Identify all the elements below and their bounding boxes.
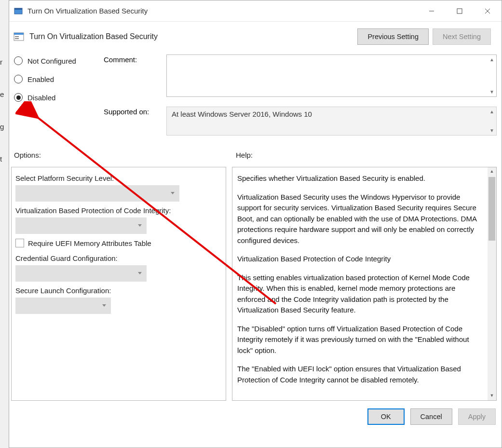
vbp-code-integrity-combo[interactable] <box>15 217 147 234</box>
svg-rect-9 <box>15 38 19 39</box>
radio-label: Disabled <box>27 94 55 102</box>
radio-enabled[interactable]: Enabled <box>14 75 104 83</box>
apply-button[interactable]: Apply <box>458 408 496 425</box>
group-policy-editor-dialog: Turn On Virtualization Based Security Tu… <box>9 0 502 448</box>
close-button[interactable] <box>474 0 502 22</box>
dialog-footer: OK Cancel Apply <box>9 405 502 425</box>
scrollbar[interactable]: ▲ ▼ <box>488 167 496 400</box>
help-text: The "Enabled with UEFI lock" option ensu… <box>237 364 484 385</box>
secure-launch-label: Secure Launch Configuration: <box>15 286 222 295</box>
help-text: Specifies whether Virtualization Based S… <box>237 173 484 184</box>
credential-guard-label: Credential Guard Configuration: <box>15 254 222 262</box>
options-panel: Select Platform Security Level: Virtuali… <box>11 167 226 401</box>
help-panel: Specifies whether Virtualization Based S… <box>232 167 497 401</box>
radio-not-configured[interactable]: Not Configured <box>14 56 104 65</box>
platform-security-combo[interactable] <box>15 185 179 202</box>
ok-button[interactable]: OK <box>367 408 405 425</box>
scrollbar[interactable]: ▲▼ <box>488 55 496 96</box>
radio-label: Not Configured <box>27 57 76 65</box>
help-text: The "Disabled" option turns off Virtuali… <box>237 324 484 356</box>
checkbox-icon <box>15 239 24 247</box>
policy-header-row: Turn On Virtualization Based Security Pr… <box>9 22 502 52</box>
supported-on-value: At least Windows Server 2016, Windows 10 <box>172 110 312 118</box>
uefi-checkbox-label: Require UEFI Memory Attributes Table <box>28 239 151 247</box>
next-setting-button[interactable]: Next Setting <box>433 28 491 45</box>
radio-icon <box>14 75 23 83</box>
options-heading: Options: <box>14 151 236 159</box>
scrollbar[interactable]: ▲▼ <box>488 107 496 135</box>
svg-rect-7 <box>14 33 24 35</box>
maximize-button[interactable] <box>446 0 474 22</box>
policy-title: Turn On Virtualization Based Security <box>29 32 158 41</box>
comment-textarea[interactable]: ▲▼ <box>166 54 497 97</box>
secure-launch-combo[interactable] <box>15 298 111 314</box>
cancel-button[interactable]: Cancel <box>410 408 452 425</box>
radio-disabled[interactable]: Disabled <box>14 93 104 102</box>
uefi-checkbox-row[interactable]: Require UEFI Memory Attributes Table <box>15 239 222 247</box>
radio-icon <box>14 93 23 102</box>
vbp-code-integrity-label: Virtualization Based Protection of Code … <box>15 206 222 215</box>
supported-on-field: At least Windows Server 2016, Windows 10… <box>166 107 497 136</box>
scroll-up-icon[interactable]: ▲ <box>488 167 496 176</box>
platform-security-label: Select Platform Security Level: <box>15 174 222 182</box>
radio-label: Enabled <box>27 75 54 83</box>
supported-label: Supported on: <box>104 107 166 136</box>
help-text: This setting enables virtualization base… <box>237 272 484 316</box>
credential-guard-combo[interactable] <box>15 265 147 282</box>
help-text: Virtualization Based Protection of Code … <box>237 254 484 265</box>
svg-rect-1 <box>14 8 22 10</box>
scroll-down-icon[interactable]: ▼ <box>488 392 496 400</box>
scroll-thumb[interactable] <box>488 177 495 241</box>
policy-icon <box>13 31 25 42</box>
help-heading: Help: <box>236 151 253 159</box>
comment-label: Comment: <box>104 54 166 97</box>
svg-rect-8 <box>15 36 19 37</box>
minimize-button[interactable] <box>418 0 446 22</box>
help-text: Virtualization Based Security uses the W… <box>237 192 484 246</box>
previous-setting-button[interactable]: Previous Setting <box>357 28 429 45</box>
svg-rect-3 <box>457 9 462 14</box>
window-title: Turn On Virtualization Based Security <box>27 7 148 15</box>
radio-icon <box>14 56 23 65</box>
titlebar: Turn On Virtualization Based Security <box>9 0 502 22</box>
window-icon <box>14 7 23 15</box>
